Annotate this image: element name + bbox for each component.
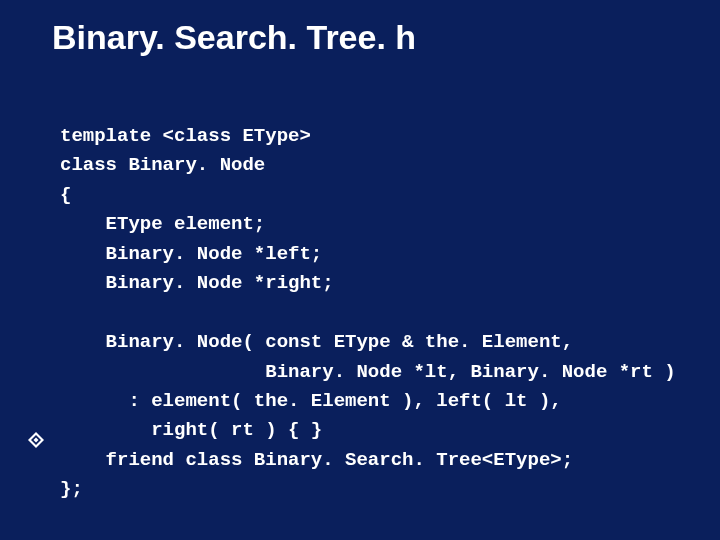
slide: Binary. Search. Tree. h template <class … (0, 0, 720, 540)
code-line: : element( the. Element ), left( lt ), (60, 390, 562, 412)
code-line: class Binary. Node (60, 154, 265, 176)
code-line: Binary. Node *lt, Binary. Node *rt ) (60, 361, 676, 383)
code-line: EType element; (60, 213, 265, 235)
code-line: Binary. Node *left; (60, 243, 322, 265)
code-line: friend class Binary. Search. Tree<EType>… (60, 449, 573, 471)
code-line: Binary. Node( const EType & the. Element… (60, 331, 573, 353)
code-line: template <class EType> (60, 125, 311, 147)
slide-title: Binary. Search. Tree. h (52, 18, 416, 57)
code-line: right( rt ) { } (60, 419, 322, 441)
diamond-bullet-icon (28, 432, 44, 448)
code-line: }; (60, 478, 83, 500)
code-block: template <class EType> class Binary. Nod… (60, 122, 676, 505)
code-line: Binary. Node *right; (60, 272, 334, 294)
code-line: { (60, 184, 71, 206)
